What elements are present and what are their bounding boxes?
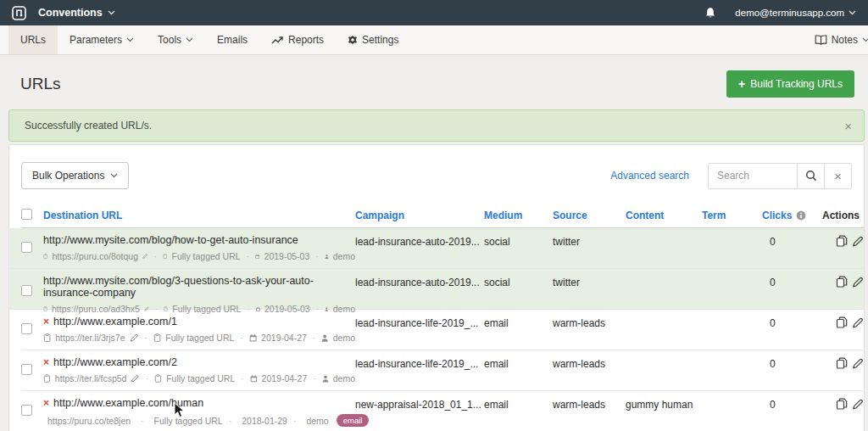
row-checkbox[interactable] [21, 364, 32, 375]
col-campaign[interactable]: Campaign [355, 210, 484, 221]
clicks-cell: 0 [762, 350, 822, 370]
tab-parameters[interactable]: Parameters [58, 25, 146, 54]
copy-icon[interactable] [836, 316, 848, 328]
success-alert: Successfully created URL/s. × [8, 109, 865, 142]
medium-cell: social [484, 228, 553, 248]
book-icon [815, 35, 827, 45]
destination-url-link[interactable]: http://www.example.com/2 [53, 356, 177, 368]
destination-url-link[interactable]: http://www.example.com/human [53, 397, 203, 409]
bulk-operations-button[interactable]: Bulk Operations [21, 162, 129, 189]
search-input[interactable] [708, 163, 798, 189]
close-icon: × [834, 169, 842, 183]
tag-status: Fully tagged URL [165, 333, 234, 343]
edit-pencil-icon [142, 251, 147, 261]
edit-pencil-icon[interactable] [852, 358, 864, 369]
campaign-cell: lead-insurance-life-2019_... [355, 310, 484, 329]
col-medium[interactable]: Medium [484, 210, 553, 221]
term-cell [702, 269, 762, 277]
destination-url-link[interactable]: http://www.mysite.com/blog/how-to-get-au… [43, 234, 298, 246]
row-actions [822, 391, 868, 410]
page-header: URLs + Build Tracking URLs [0, 55, 868, 108]
table-body: × http://www.mysite.com/blog/how-to-get-… [21, 228, 864, 431]
notifications-bell-icon[interactable] [704, 7, 716, 20]
term-cell [702, 310, 762, 317]
term-cell [702, 350, 762, 358]
edit-pencil-icon [130, 333, 139, 343]
col-actions: Actions [822, 210, 864, 221]
clicks-cell: 0 [762, 269, 822, 288]
edit-pencil-icon [131, 373, 139, 383]
row-checkbox[interactable] [21, 242, 32, 253]
account-menu[interactable]: demo@terminusapp.com [735, 8, 856, 18]
destination-url-link[interactable]: http://www.example.com/1 [53, 316, 177, 327]
alert-close-icon[interactable]: × [844, 120, 852, 132]
invalid-icon: × [43, 316, 49, 327]
tag-status: Fully tagged URL [171, 251, 240, 261]
created-date: 2018-01-29 [242, 416, 287, 426]
short-url[interactable]: https://puru.co/te8jen [47, 416, 131, 426]
col-content[interactable]: Content [626, 210, 702, 221]
urls-panel: Bulk Operations Advanced search × Destin… [8, 144, 865, 431]
campaign-cell: lead-insurance-auto-2019... [355, 228, 484, 248]
chevron-down-icon [126, 37, 134, 42]
content-cell [626, 310, 702, 317]
alert-message: Successfully created URL/s. [25, 120, 152, 132]
page-title: URLs [20, 75, 61, 93]
workspace-name: Conventions [38, 7, 103, 19]
person-icon [321, 333, 328, 343]
copy-icon[interactable] [836, 357, 848, 369]
edit-pencil-icon[interactable] [852, 236, 864, 247]
calendar-icon [250, 374, 258, 383]
copy-icon[interactable] [836, 398, 848, 410]
row-checkbox[interactable] [21, 285, 32, 296]
col-source[interactable]: Source [553, 210, 626, 221]
terminus-logo-icon[interactable] [12, 6, 26, 20]
col-term[interactable]: Term [702, 210, 762, 221]
select-all-checkbox[interactable] [21, 209, 32, 220]
copy-icon[interactable] [836, 276, 848, 288]
table-toolbar: Bulk Operations Advanced search × [21, 145, 864, 203]
col-clicks[interactable]: Clicks [762, 210, 822, 221]
tab-emails[interactable]: Emails [205, 25, 259, 54]
row-checkbox[interactable] [21, 405, 32, 416]
chart-icon [271, 36, 284, 45]
build-tracking-urls-button[interactable]: + Build Tracking URLs [726, 70, 854, 98]
advanced-search-link[interactable]: Advanced search [610, 170, 689, 182]
search-button[interactable] [798, 163, 825, 189]
clipboard-icon [43, 333, 51, 343]
edit-pencil-icon[interactable] [852, 399, 864, 410]
workspace-selector[interactable]: Conventions [38, 7, 115, 19]
table-row: × http://www.example.com/human https://p… [21, 391, 864, 431]
content-cell [626, 350, 702, 358]
invalid-icon: × [43, 397, 49, 409]
short-url[interactable]: https://puru.co/8otqug [52, 251, 138, 261]
copy-icon[interactable] [836, 235, 848, 247]
tab-settings[interactable]: Settings [336, 25, 410, 54]
tab-urls[interactable]: URLs [8, 25, 58, 54]
clipboard-icon [153, 333, 161, 343]
edit-pencil-icon[interactable] [852, 317, 864, 328]
info-icon [796, 210, 806, 221]
plus-icon: + [738, 77, 745, 91]
clipboard-icon [163, 251, 167, 261]
col-destination-url[interactable]: Destination URL [43, 210, 355, 221]
content-cell: gummy human [626, 391, 702, 411]
created-by-user: demo [333, 373, 355, 383]
destination-url-link[interactable]: http://www.mysite.com/blog/3-questions-t… [43, 275, 355, 299]
clear-search-button[interactable]: × [825, 163, 852, 189]
created-date: 2019-05-03 [264, 251, 310, 261]
row-checkbox[interactable] [21, 323, 32, 334]
content-cell [626, 269, 702, 277]
tab-reports[interactable]: Reports [259, 25, 336, 54]
account-email: demo@terminusapp.com [735, 8, 844, 18]
row-actions [822, 228, 868, 247]
created-by-user: demo [333, 251, 355, 261]
tab-tools[interactable]: Tools [146, 25, 205, 54]
created-date: 2019-04-27 [261, 333, 307, 343]
edit-pencil-icon[interactable] [852, 277, 864, 288]
short-url[interactable]: https://ter.li/fcsp5d [55, 373, 127, 383]
short-url[interactable]: https://ter.li/3rjs7e [55, 333, 125, 343]
medium-cell: social [484, 269, 553, 288]
label-badge[interactable]: email [337, 414, 370, 427]
notes-menu[interactable]: Notes [806, 25, 868, 54]
